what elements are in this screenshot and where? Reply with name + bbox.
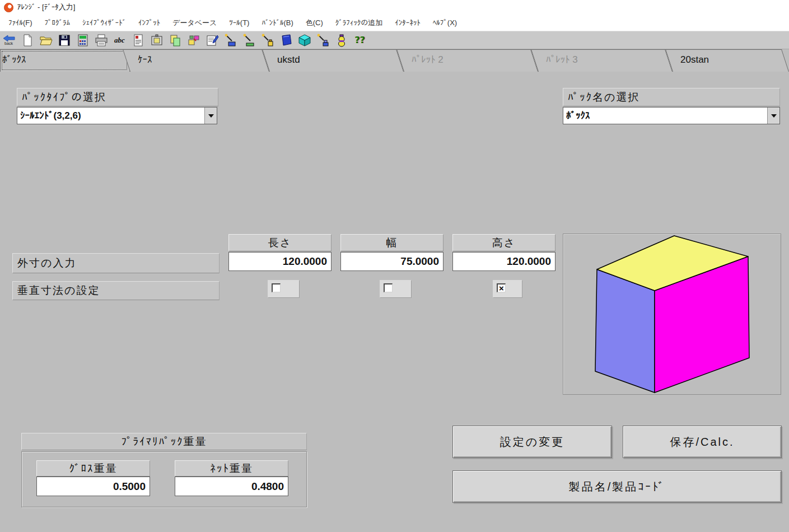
primary-pack-weight-title: ﾌﾟﾗｲﾏﾘﾊﾟｯｸ重量 bbox=[21, 433, 307, 450]
save-calc-button[interactable]: 保存/Calc. bbox=[623, 426, 782, 458]
menu-file[interactable]: ﾌｧｲﾙ(F) bbox=[2, 17, 39, 29]
copy-button[interactable] bbox=[167, 32, 183, 48]
capture-button[interactable] bbox=[149, 32, 164, 48]
chevron-down-icon bbox=[208, 114, 214, 118]
help-icon: ?? bbox=[354, 35, 365, 45]
tab-20stan-label: 20stan bbox=[673, 49, 789, 71]
menu-internet[interactable]: ｲﾝﾀｰﾈｯﾄ bbox=[389, 17, 427, 29]
box-left-face bbox=[595, 269, 655, 393]
height-input[interactable]: 120.0000 bbox=[452, 252, 555, 271]
tab-box[interactable]: ﾎﾞｯｸｽ bbox=[0, 49, 130, 72]
tab-pallet-3: ﾊﾟﾚｯﾄ 3 bbox=[538, 49, 673, 72]
pack-type-dropdown-button[interactable] bbox=[204, 108, 217, 124]
width-input[interactable]: 75.0000 bbox=[340, 252, 443, 271]
wizard-spray-button[interactable] bbox=[315, 32, 330, 48]
wand-box-icon bbox=[224, 34, 237, 47]
notebook-button[interactable] bbox=[278, 32, 293, 48]
product-name-code-button[interactable]: 製品名/製品ｺｰﾄﾞ bbox=[452, 470, 782, 503]
menu-add-graphics[interactable]: ｸﾞﾗﾌｨｯｸの追加 bbox=[329, 16, 389, 30]
report-button[interactable] bbox=[130, 32, 146, 48]
vertical-dimension-label: 垂直寸法の設定 bbox=[12, 281, 220, 300]
bottle-button[interactable] bbox=[334, 32, 349, 48]
bottle-icon bbox=[335, 34, 348, 47]
tab-box-label: ﾎﾞｯｸｽ bbox=[0, 49, 130, 71]
menu-database[interactable]: データベース bbox=[166, 16, 223, 30]
gross-weight-label: ｸﾞﾛｽ重量 bbox=[36, 460, 150, 477]
calculator-button[interactable] bbox=[75, 32, 90, 48]
cyan-cube-icon bbox=[298, 34, 311, 47]
menu-help[interactable]: ﾍﾙﾌﾟ(X) bbox=[427, 17, 463, 29]
properties-button[interactable] bbox=[204, 32, 220, 48]
length-input[interactable]: 120.0000 bbox=[228, 252, 332, 271]
pack-name-label: ﾊﾟｯｸ名の選択 bbox=[563, 88, 780, 106]
tab-pallet-3-label: ﾊﾟﾚｯﾄ 3 bbox=[538, 49, 673, 71]
pack-name-dropdown-button[interactable] bbox=[767, 108, 779, 124]
print-button[interactable] bbox=[94, 32, 109, 48]
tab-bar: ﾎﾞｯｸｽ ｹｰｽ ukstd ﾊﾟﾚｯﾄ 2 ﾊﾟﾚｯﾄ 3 20stan bbox=[0, 49, 789, 72]
printer-icon bbox=[95, 34, 108, 47]
vertical-length-checkbox-panel bbox=[268, 280, 299, 297]
notebook-icon bbox=[279, 34, 293, 47]
wand-bottle-icon bbox=[261, 34, 274, 47]
menu-color[interactable]: 色(C) bbox=[300, 16, 329, 30]
save-floppy-icon bbox=[58, 34, 71, 47]
open-button[interactable] bbox=[38, 32, 53, 48]
wand-tray-icon bbox=[242, 34, 256, 47]
toolbar: back abc bbox=[0, 31, 789, 49]
wizard-tray-button[interactable] bbox=[241, 32, 256, 48]
data-entry-page: ﾊﾟｯｸﾀｲﾌﾟの選択 ｼｰﾙｴﾝﾄﾞ(3,2,6) ﾊﾟｯｸ名の選択 ﾎﾞｯｸ… bbox=[0, 72, 789, 532]
net-weight-label: ﾈｯﾄ重量 bbox=[175, 460, 288, 477]
change-settings-button[interactable]: 設定の変更 bbox=[452, 426, 612, 458]
chevron-down-icon bbox=[771, 114, 777, 118]
properties-form-icon bbox=[206, 34, 219, 47]
open-folder-icon bbox=[39, 34, 53, 47]
title-bar: ｱﾚﾝｼﾞ - [ﾃﾞｰﾀ入力] bbox=[0, 0, 789, 15]
col-header-width: 幅 bbox=[340, 234, 443, 251]
wizard-bottle-button[interactable] bbox=[260, 32, 275, 48]
menu-input[interactable]: ｲﾝﾌﾟｯﾄ bbox=[132, 17, 166, 29]
cube-view-button[interactable] bbox=[297, 32, 312, 48]
wizard-box-button[interactable] bbox=[223, 32, 238, 48]
menu-bar: ﾌｧｲﾙ(F) ﾌﾟﾛｸﾞﾗﾑ ｼｪｲﾌﾟｳｨｻﾞｰﾄﾞ ｲﾝﾌﾟｯﾄ データベ… bbox=[0, 15, 789, 31]
net-weight-input[interactable]: 0.4800 bbox=[175, 477, 288, 496]
back-button[interactable]: back bbox=[1, 32, 16, 48]
menu-program[interactable]: ﾌﾟﾛｸﾞﾗﾑ bbox=[39, 17, 77, 29]
pack-type-select[interactable]: ｼｰﾙｴﾝﾄﾞ(3,2,6) bbox=[17, 107, 217, 124]
tab-case[interactable]: ｹｰｽ bbox=[130, 49, 269, 72]
menu-tools[interactable]: ﾂｰﾙ(T) bbox=[223, 17, 255, 29]
box-preview-panel bbox=[563, 234, 781, 395]
tab-ukstd[interactable]: ukstd bbox=[269, 49, 404, 72]
vertical-height-checkbox-panel: × bbox=[493, 280, 522, 297]
app-icon bbox=[4, 3, 13, 12]
gross-weight-input[interactable]: 0.5000 bbox=[36, 477, 150, 496]
pack-name-select[interactable]: ﾎﾞｯｸｽ bbox=[563, 107, 780, 124]
menu-shape-wizard[interactable]: ｼｪｲﾌﾟｳｨｻﾞｰﾄﾞ bbox=[76, 17, 132, 29]
pack-design-button[interactable] bbox=[186, 32, 201, 48]
tab-pallet-2: ﾊﾟﾚｯﾄ 2 bbox=[404, 49, 538, 72]
spell-check-icon: abc bbox=[114, 36, 125, 45]
back-label: back bbox=[4, 42, 13, 45]
tab-ukstd-label: ukstd bbox=[269, 49, 404, 71]
box-3d-drawing bbox=[563, 234, 781, 394]
pack-boxes-icon bbox=[187, 34, 200, 47]
wand-spray-icon bbox=[316, 34, 330, 47]
tab-case-label: ｹｰｽ bbox=[130, 49, 269, 71]
new-file-button[interactable] bbox=[20, 32, 35, 48]
tab-20stan[interactable]: 20stan bbox=[673, 49, 789, 72]
calculator-icon bbox=[76, 34, 90, 47]
vertical-height-checkbox[interactable]: × bbox=[497, 283, 506, 292]
col-header-height: 高さ bbox=[452, 234, 555, 251]
pack-type-value: ｼｰﾙｴﾝﾄﾞ(3,2,6) bbox=[17, 108, 204, 124]
window-title: ｱﾚﾝｼﾞ - [ﾃﾞｰﾀ入力] bbox=[17, 2, 75, 12]
vertical-width-checkbox-panel bbox=[380, 280, 411, 297]
menu-bundle[interactable]: ﾊﾞﾝﾄﾞﾙ(B) bbox=[255, 17, 299, 29]
save-button[interactable] bbox=[57, 32, 72, 48]
spell-check-button[interactable]: abc bbox=[112, 32, 127, 48]
capture-box-icon bbox=[150, 34, 164, 47]
vertical-width-checkbox[interactable] bbox=[384, 283, 393, 292]
outer-dimensions-label: 外寸の入力 bbox=[12, 253, 220, 273]
vertical-length-checkbox[interactable] bbox=[272, 283, 281, 292]
tab-pallet-2-label: ﾊﾟﾚｯﾄ 2 bbox=[404, 49, 538, 71]
help-button[interactable]: ?? bbox=[352, 32, 367, 48]
copy-pages-icon bbox=[169, 34, 182, 47]
